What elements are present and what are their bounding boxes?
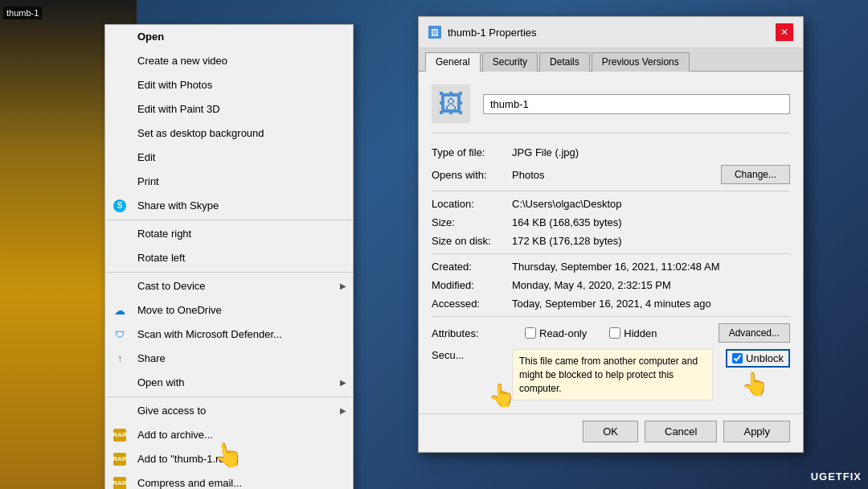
context-menu-item-edit-photos[interactable]: Edit with Photos — [105, 73, 353, 97]
location-value: C:\Users\olgac\Desktop — [512, 198, 790, 210]
context-menu-item-set-desktop[interactable]: Set as desktop background — [105, 121, 353, 146]
apply-button[interactable]: Apply — [723, 421, 790, 442]
size-on-disk-row: Size on disk: 172 KB (176,128 bytes) — [432, 235, 790, 247]
context-menu-item-rotate-right[interactable]: Rotate right — [105, 222, 353, 246]
context-menu-item-create-new-video[interactable]: Create a new video — [105, 49, 353, 73]
type-of-file-row: Type of file: JPG File (.jpg) — [432, 146, 790, 158]
advanced-button[interactable]: Advanced... — [719, 323, 790, 343]
close-button[interactable]: ✕ — [776, 23, 793, 41]
tab-bar: GeneralSecurityDetailsPrevious Versions — [419, 48, 803, 72]
created-label: Created: — [432, 261, 512, 273]
opens-with-label: Opens with: — [432, 169, 512, 181]
size-label: Size: — [432, 216, 512, 228]
size-row: Size: 164 KB (168,635 bytes) — [432, 216, 790, 228]
hand-annotation-rename: 👆 — [211, 438, 245, 471]
type-value: JPG File (.jpg) — [512, 146, 790, 158]
cancel-button[interactable]: Cancel — [645, 421, 717, 442]
thumbnail-label: thumb-1 — [3, 6, 42, 19]
menu-separator — [105, 220, 353, 220]
context-menu-item-edit[interactable]: Edit — [105, 146, 353, 170]
dialog-content: 🖼 Type of file: JPG File (.jpg) Opens wi… — [419, 72, 803, 413]
size-on-disk-label: Size on disk: — [432, 235, 512, 247]
accessed-label: Accessed: — [432, 298, 512, 310]
accessed-value: Today, September 16, 2021, 4 minutes ago — [512, 298, 790, 310]
attributes-row: Attributes: Read-only Hidden Advanced... — [432, 323, 790, 343]
security-row: Secu... This file came from another comp… — [432, 349, 790, 401]
share-icon: ↑ — [112, 351, 128, 367]
context-menu-item-cast-device[interactable]: Cast to Device — [105, 274, 353, 298]
location-label: Location: — [432, 198, 512, 210]
file-icon: 🖼 — [432, 84, 470, 123]
readonly-checkbox[interactable] — [525, 327, 536, 339]
context-menu-item-share[interactable]: ↑Share — [105, 347, 353, 371]
file-name-input[interactable] — [483, 94, 790, 114]
rar-icon: RAR — [112, 475, 128, 489]
security-label: Secu... — [432, 349, 512, 361]
rar-icon: RAR — [112, 451, 128, 467]
accessed-row: Accessed: Today, September 16, 2021, 4 m… — [432, 298, 790, 310]
context-menu-item-share-skype[interactable]: SShare with Skype — [105, 194, 353, 218]
context-menu-item-move-onedrive[interactable]: ☁Move to OneDrive — [105, 298, 353, 323]
context-menu-item-rotate-left[interactable]: Rotate left — [105, 246, 353, 270]
dialog-title: thumb-1 Properties — [448, 27, 537, 39]
dialog-title-left: 🖼 thumb-1 Properties — [428, 26, 537, 39]
size-value: 164 KB (168,635 bytes) — [512, 216, 790, 228]
tab-general[interactable]: General — [425, 52, 481, 72]
modified-value: Monday, May 4, 2020, 2:32:15 PM — [512, 279, 790, 291]
context-menu-item-scan-defender[interactable]: 🛡Scan with Microsoft Defender... — [105, 323, 353, 347]
context-menu-item-give-access[interactable]: Give access to — [105, 399, 353, 423]
context-menu-item-print[interactable]: Print — [105, 170, 353, 194]
hand-annotation-left: 👆 — [488, 382, 516, 409]
unblock-checkbox-label[interactable]: Unblock — [726, 349, 790, 368]
size-on-disk-value: 172 KB (176,128 bytes) — [512, 235, 790, 247]
menu-separator — [105, 397, 353, 397]
type-label: Type of file: — [432, 146, 512, 158]
attributes-label: Attributes: — [432, 327, 512, 339]
modified-label: Modified: — [432, 279, 512, 291]
tab-security[interactable]: Security — [482, 52, 538, 72]
context-menu-item-compress-email[interactable]: RARCompress and email... — [105, 471, 353, 489]
hidden-label: Hidden — [624, 327, 657, 339]
watermark: UGETFIX — [811, 471, 862, 483]
context-menu: OpenCreate a new videoEdit with PhotosEd… — [104, 24, 354, 489]
rar-icon: RAR — [112, 427, 128, 443]
created-value: Thursday, September 16, 2021, 11:02:48 A… — [512, 261, 790, 273]
file-header: 🖼 — [432, 84, 790, 134]
created-row: Created: Thursday, September 16, 2021, 1… — [432, 261, 790, 273]
desktop: thumb-1 OpenCreate a new videoEdit with … — [0, 0, 868, 489]
dialog-titlebar: 🖼 thumb-1 Properties ✕ — [419, 17, 803, 48]
tab-previous-versions[interactable]: Previous Versions — [592, 52, 690, 72]
unblock-label: Unblock — [746, 352, 784, 364]
ok-button[interactable]: OK — [583, 421, 638, 442]
readonly-label: Read-only — [539, 327, 587, 339]
tab-details[interactable]: Details — [539, 52, 590, 72]
dialog-icon: 🖼 — [428, 26, 441, 39]
opens-with-row: Opens with: Photos Change... — [432, 165, 790, 184]
modified-row: Modified: Monday, May 4, 2020, 2:32:15 P… — [432, 279, 790, 291]
security-notice: This file came from another computer and… — [512, 349, 713, 401]
properties-dialog: 🖼 thumb-1 Properties ✕ GeneralSecurityDe… — [418, 16, 804, 453]
readonly-checkbox-label[interactable]: Read-only — [525, 327, 587, 339]
watermark-text: UGETFIX — [811, 471, 862, 483]
context-menu-item-open[interactable]: Open — [105, 25, 353, 49]
hidden-checkbox-label[interactable]: Hidden — [609, 327, 657, 339]
skype-icon: S — [112, 198, 128, 214]
dialog-buttons: OK Cancel Apply — [419, 413, 803, 452]
defender-icon: 🛡 — [112, 327, 128, 343]
location-row: Location: C:\Users\olgac\Desktop — [432, 198, 790, 210]
change-button[interactable]: Change... — [721, 165, 790, 184]
hidden-checkbox[interactable] — [609, 327, 620, 339]
context-menu-item-open-with[interactable]: Open with — [105, 371, 353, 395]
opens-with-value: Photos — [512, 169, 721, 181]
hand-annotation-right: 👆 — [741, 371, 769, 397]
unblock-checkbox[interactable] — [732, 353, 743, 364]
menu-separator — [105, 272, 353, 273]
onedrive-icon: ☁ — [112, 302, 128, 318]
context-menu-item-edit-paint3d[interactable]: Edit with Paint 3D — [105, 97, 353, 121]
